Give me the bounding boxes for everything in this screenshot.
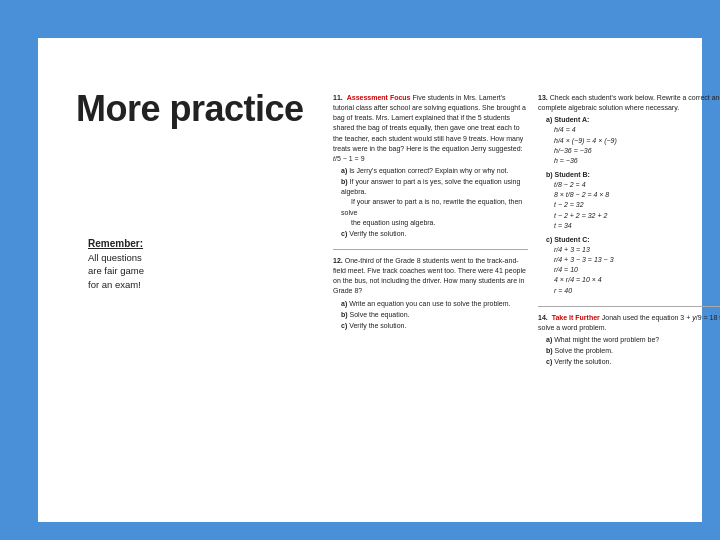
- worksheet-right-col: 13. Check each student's work below. Rew…: [538, 93, 720, 377]
- divider-2: [538, 306, 720, 307]
- q11-b: b) If your answer to part a is yes, solv…: [341, 177, 528, 228]
- worksheet-left-col: 11. Assessment Focus Five students in Mr…: [333, 93, 528, 341]
- q12-c: c) Verify the solution.: [341, 321, 528, 331]
- q13-intro: Check each student's work below. Rewrite…: [538, 94, 720, 111]
- q14-a: a) What might the word problem be?: [546, 335, 720, 345]
- q14-c: c) Verify the solution.: [546, 357, 720, 367]
- divider-1: [333, 249, 528, 250]
- q12-number: 12.: [333, 257, 343, 264]
- question-14: 14. Take It Further Jonah used the equat…: [538, 313, 720, 368]
- remember-text: All questions are fair game for an exam!: [88, 251, 208, 291]
- remember-box: Remember: All questions are fair game fo…: [88, 238, 208, 291]
- left-accent-bar: [0, 0, 38, 540]
- q12-intro: One-third of the Grade 8 students went t…: [333, 257, 526, 294]
- q14-takeitfurther: Take It Further: [552, 314, 600, 321]
- q11-intro: Five students in Mrs. Lamert's tutorial …: [333, 94, 526, 162]
- q11-a: a) Is Jerry's equation correct? Explain …: [341, 166, 528, 176]
- question-13: 13. Check each student's work below. Rew…: [538, 93, 720, 296]
- q14-b: b) Solve the problem.: [546, 346, 720, 356]
- question-12: 12. One-third of the Grade 8 students we…: [333, 256, 528, 331]
- q11-number: 11.: [333, 94, 343, 101]
- q13-student-c: c) Student C: r/4 + 3 = 13 r/4 + 3 − 3 =…: [546, 235, 720, 296]
- slide-title: More practice: [76, 88, 304, 130]
- remember-heading: Remember:: [88, 238, 208, 249]
- q13-student-b: b) Student B: t/8 − 2 = 4 8 × t/8 − 2 = …: [546, 170, 720, 231]
- q14-number: 14.: [538, 314, 548, 321]
- question-11: 11. Assessment Focus Five students in Mr…: [333, 93, 528, 239]
- q12-b: b) Solve the equation.: [341, 310, 528, 320]
- q13-number: 13.: [538, 94, 548, 101]
- q11-focus: Assessment Focus: [347, 94, 411, 101]
- top-accent-bar: [38, 0, 720, 38]
- q13-student-a: a) Student A: h/4 = 4 h/4 × (−9) = 4 × (…: [546, 115, 720, 166]
- q11-c: c) Verify the solution.: [341, 229, 528, 239]
- worksheet: 11. Assessment Focus Five students in Mr…: [333, 93, 720, 540]
- content-area: More practice Remember: All questions ar…: [38, 38, 702, 522]
- q12-a: a) Write an equation you can use to solv…: [341, 299, 528, 309]
